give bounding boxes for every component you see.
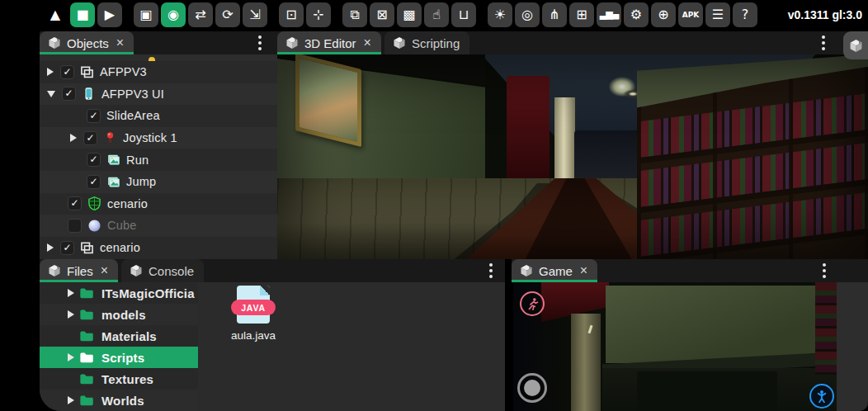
move-tool-button[interactable]: ⇄ bbox=[188, 2, 213, 27]
run-control-button[interactable] bbox=[520, 291, 545, 316]
run-scene-icon: ▲ bbox=[50, 2, 60, 27]
close-tab-icon[interactable]: × bbox=[116, 36, 124, 50]
apk-export-button[interactable]: APK bbox=[678, 2, 703, 27]
visibility-checkbox[interactable] bbox=[68, 219, 82, 233]
select-box-button[interactable]: ⊡ bbox=[279, 2, 304, 27]
folded-corner bbox=[260, 286, 270, 295]
editor-menu-icon[interactable] bbox=[818, 35, 829, 50]
duplicate-icon: ▩ bbox=[403, 2, 415, 27]
visibility-checkbox[interactable]: ✓ bbox=[68, 196, 82, 210]
visibility-checkbox[interactable]: ✓ bbox=[60, 65, 74, 79]
expand-icon[interactable] bbox=[68, 310, 74, 319]
save-button[interactable]: ▣ bbox=[134, 2, 158, 27]
visibility-checkbox[interactable]: ✓ bbox=[62, 87, 76, 101]
orbit-physics-button[interactable]: ◎ bbox=[515, 2, 540, 27]
tap-pointer-button[interactable]: ☝ bbox=[424, 2, 449, 27]
java-file-icon: JAVA bbox=[237, 286, 270, 324]
accessibility-person-icon bbox=[814, 389, 829, 404]
tab-game[interactable]: Game × bbox=[512, 259, 597, 282]
tree-item-joystick-1[interactable]: ✓Joystick 1 bbox=[40, 127, 277, 149]
close-tab-icon[interactable]: × bbox=[580, 264, 587, 277]
3d-viewport[interactable] bbox=[277, 54, 868, 259]
visibility-checkbox[interactable]: ✓ bbox=[83, 131, 97, 145]
picture-icon bbox=[106, 175, 120, 189]
add-cube-button[interactable]: ⊞ bbox=[569, 2, 594, 27]
particles-button[interactable]: ☀ bbox=[488, 2, 512, 27]
preview-eye-button[interactable]: ◉ bbox=[161, 2, 186, 27]
close-tab-icon[interactable]: × bbox=[101, 264, 108, 277]
tab-label: Console bbox=[149, 264, 194, 278]
close-tab-icon[interactable]: × bbox=[364, 36, 371, 50]
tab-console[interactable]: Console bbox=[121, 259, 204, 282]
scale-tool-button[interactable]: ⇲ bbox=[243, 2, 267, 27]
accessibility-icon[interactable] bbox=[809, 384, 834, 409]
node-path-icon: ⋔ bbox=[549, 2, 559, 27]
folder-item-scripts[interactable]: Scripts bbox=[40, 347, 198, 368]
tab-objects[interactable]: Objects × bbox=[40, 31, 134, 54]
files-menu-icon[interactable] bbox=[485, 263, 497, 278]
visibility-checkbox[interactable]: ✓ bbox=[87, 109, 101, 123]
visibility-checkbox[interactable]: ✓ bbox=[87, 175, 101, 189]
tree-item-cube[interactable]: Cube bbox=[40, 215, 277, 237]
database-sync-button[interactable]: ☰ bbox=[705, 2, 730, 27]
folder-icon bbox=[79, 328, 94, 343]
pivot-center-button[interactable]: ⊹ bbox=[306, 2, 331, 27]
folder-icon bbox=[79, 307, 94, 322]
partial-tree-row bbox=[40, 54, 277, 61]
folder-item-models[interactable]: models bbox=[40, 304, 198, 325]
play-button[interactable]: ▶ bbox=[97, 2, 122, 27]
objects-menu-icon[interactable] bbox=[254, 35, 266, 50]
game-viewport[interactable] bbox=[513, 282, 837, 411]
collapse-icon[interactable] bbox=[47, 91, 55, 97]
folder-item-textures[interactable]: Textures bbox=[40, 368, 198, 390]
tree-item-cenario[interactable]: ✓cenario bbox=[40, 237, 277, 259]
tree-item-afppv3-ui[interactable]: ✓AFPPV3 UI bbox=[40, 83, 277, 106]
settings-gear-button[interactable]: ⚙ bbox=[624, 2, 649, 27]
collapsed-panel-cube-button[interactable] bbox=[843, 31, 868, 59]
tree-item-slidearea[interactable]: ✓SlideArea bbox=[40, 105, 277, 127]
expand-icon[interactable] bbox=[68, 353, 74, 361]
build-target-button[interactable]: ⊕ bbox=[651, 2, 676, 27]
expand-icon[interactable] bbox=[47, 68, 54, 76]
folder-icon bbox=[79, 393, 94, 408]
layer-lock-button[interactable]: ⊠ bbox=[370, 2, 394, 27]
game-menu-icon[interactable] bbox=[818, 263, 830, 278]
tab-files[interactable]: Files × bbox=[40, 259, 118, 282]
cube-icon bbox=[48, 36, 61, 50]
layers-button[interactable]: ⧉ bbox=[342, 2, 367, 27]
folder-label: models bbox=[101, 308, 146, 322]
expand-icon[interactable] bbox=[70, 134, 77, 142]
tab-3d-editor[interactable]: 3D Editor × bbox=[277, 31, 381, 54]
top-toolbar: ▲■▶▣◉⇄⟳⇲⊡⊹⧉⊠▩☝⊔☀◎⋔⊞▃▆▄⚙⊕APK☰?v0.1311 gl:… bbox=[0, 0, 868, 30]
node-path-button[interactable]: ⋔ bbox=[542, 2, 567, 27]
folder-icon bbox=[79, 371, 94, 386]
tree-item-run[interactable]: ✓Run bbox=[40, 149, 277, 171]
folder-item-worlds[interactable]: Worlds bbox=[40, 390, 198, 411]
run-scene-button[interactable]: ▲ bbox=[43, 2, 68, 27]
folder-item-materials[interactable]: Materials bbox=[40, 325, 198, 347]
joystick-control[interactable] bbox=[517, 373, 547, 403]
stop-button[interactable]: ■ bbox=[70, 2, 95, 27]
database-sync-icon: ☰ bbox=[712, 2, 724, 27]
delete-trash-button[interactable]: ⊔ bbox=[451, 2, 476, 27]
tree-item-afppv3[interactable]: ✓AFPPV3 bbox=[40, 61, 277, 83]
tab-scripting[interactable]: Scripting bbox=[384, 31, 469, 54]
expand-icon[interactable] bbox=[68, 289, 74, 297]
rotate-tool-button[interactable]: ⟳ bbox=[215, 2, 240, 27]
folder-item-itsmagicofficia[interactable]: ITsMagicOfficia bbox=[40, 282, 198, 304]
file-grid[interactable]: JAVAaula.java bbox=[198, 282, 505, 411]
help-button[interactable]: ? bbox=[733, 2, 757, 27]
expand-icon[interactable] bbox=[47, 243, 54, 252]
stats-chart-button[interactable]: ▃▆▄ bbox=[597, 2, 621, 27]
folder-label: ITsMagicOfficia bbox=[101, 286, 195, 300]
file-item-aula-java[interactable]: JAVAaula.java bbox=[216, 286, 290, 342]
tree-item-cenario[interactable]: ✓cenario bbox=[40, 193, 277, 215]
duplicate-button[interactable]: ▩ bbox=[397, 2, 422, 27]
cube-icon bbox=[130, 264, 143, 277]
visibility-checkbox[interactable]: ✓ bbox=[60, 241, 74, 255]
visibility-checkbox[interactable]: ✓ bbox=[87, 153, 101, 167]
phone-icon bbox=[82, 87, 96, 101]
expand-icon[interactable] bbox=[68, 396, 74, 404]
tree-item-jump[interactable]: ✓Jump bbox=[40, 171, 277, 193]
object-label: AFPPV3 bbox=[100, 65, 147, 78]
